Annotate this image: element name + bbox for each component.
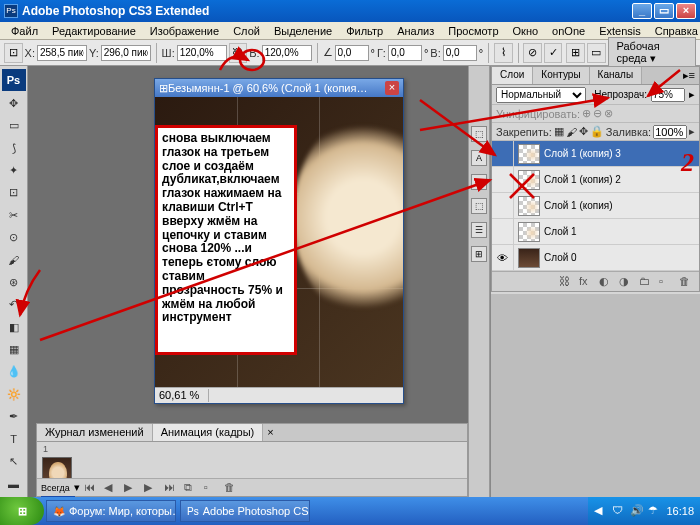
panel-icon-6[interactable]: ⊞ [471,246,487,262]
menu-analysis[interactable]: Анализ [390,23,441,39]
tween-icon[interactable]: ⧉ [184,481,200,495]
lock-all-icon[interactable]: 🔒 [590,125,604,138]
blur-tool[interactable]: 💧 [2,362,26,382]
first-frame-icon[interactable]: ⏮ [84,481,100,495]
next-frame-icon[interactable]: ▶ [144,481,160,495]
h-input[interactable] [262,45,312,61]
visibility-toggle[interactable] [492,141,514,166]
minimize-button[interactable]: _ [632,3,652,19]
history-brush-tool[interactable]: ↶ [2,295,26,315]
panel-menu-icon[interactable]: ▸≡ [679,67,699,84]
chevron-down-icon[interactable]: ▸ [689,88,695,101]
layer-row[interactable]: Слой 1 (копия) [492,193,699,219]
lock-paint-icon[interactable]: 🖌 [566,126,577,138]
warp-icon[interactable]: ⌇ [494,43,513,63]
document-window[interactable]: ⊞ Безымянн-1 @ 60,6% (Слой 1 (копия… × с… [154,78,404,404]
new-frame-icon[interactable]: ▫ [204,481,220,495]
panel-icon-2[interactable]: A [471,150,487,166]
gradient-tool[interactable]: ▦ [2,339,26,359]
lock-trans-icon[interactable]: ▦ [554,125,564,138]
pen-tool[interactable]: ✒ [2,406,26,426]
eraser-tool[interactable]: ◧ [2,317,26,337]
unify-icon-1[interactable]: ⊕ [582,107,591,120]
layer-thumb[interactable] [518,196,540,216]
chevron-down-icon[interactable]: ▾ [74,481,80,494]
link-layers-icon[interactable]: ⛓ [559,275,573,289]
document-titlebar[interactable]: ⊞ Безымянн-1 @ 60,6% (Слой 1 (копия… × [155,79,403,97]
menu-view[interactable]: Просмотр [441,23,505,39]
panel-icon-4[interactable]: ⬚ [471,198,487,214]
vskew-input[interactable] [443,45,477,61]
layer-name[interactable]: Слой 1 (копия) [544,200,699,211]
tray-icon[interactable]: 🔊 [630,504,644,518]
tab-close-icon[interactable]: × [263,424,277,441]
marquee-tool[interactable]: ▭ [2,116,26,136]
play-icon[interactable]: ▶ [124,481,140,495]
stamp-tool[interactable]: ⊛ [2,272,26,292]
visibility-toggle[interactable] [492,167,514,192]
layer-thumb[interactable] [518,170,540,190]
layer-thumb[interactable] [518,248,540,268]
mask-icon[interactable]: ◐ [599,275,613,289]
crop-tool[interactable]: ⊡ [2,183,26,203]
loop-dropdown[interactable]: Всегда [41,483,70,493]
fill-input[interactable] [653,125,687,139]
visibility-toggle[interactable] [492,219,514,244]
heal-tool[interactable]: ⊙ [2,227,26,247]
close-button[interactable]: × [676,3,696,19]
menu-image[interactable]: Изображение [143,23,226,39]
fx-icon[interactable]: fx [579,275,593,289]
layer-name[interactable]: Слой 1 (копия) 3 [544,148,699,159]
zoom-value[interactable]: 60,61 % [159,389,209,402]
taskbar-item[interactable]: 🦊 Форум: Мир, которы… [46,500,176,522]
last-frame-icon[interactable]: ⏭ [164,481,180,495]
workspace-button[interactable]: Рабочая среда ▾ [608,37,697,68]
lasso-tool[interactable]: ⟆ [2,138,26,158]
layer-row[interactable]: Слой 1 (копия) 2 [492,167,699,193]
new-layer-icon[interactable]: ▫ [659,275,673,289]
panel-icon-1[interactable]: ⬚ [471,126,487,142]
y-input[interactable] [101,45,151,61]
menu-edit[interactable]: Редактирование [45,23,143,39]
layer-name[interactable]: Слой 0 [544,252,699,263]
clock[interactable]: 16:18 [666,505,694,517]
shape-tool[interactable]: ▬ [2,474,26,494]
layer-thumb[interactable] [518,144,540,164]
layer-name[interactable]: Слой 1 [544,226,699,237]
slice-tool[interactable]: ✂ [2,205,26,225]
blend-mode-select[interactable]: Нормальный [496,87,586,103]
x-input[interactable] [37,45,87,61]
w-input[interactable] [177,45,227,61]
panel-icon-3[interactable]: ¶ [471,174,487,190]
layer-thumb[interactable] [518,222,540,242]
unify-icon-2[interactable]: ⊖ [593,107,602,120]
cancel-transform-icon[interactable]: ⊘ [523,43,542,63]
lock-move-icon[interactable]: ✥ [579,125,588,138]
prev-frame-icon[interactable]: ◀ [104,481,120,495]
maximize-button[interactable]: ▭ [654,3,674,19]
unify-icon-3[interactable]: ⊗ [604,107,613,120]
link-icon[interactable]: ⛓ [229,43,248,63]
move-tool[interactable]: ✥ [2,93,26,113]
screen-mode-icon[interactable]: ▭ [587,43,606,63]
brush-tool[interactable]: 🖌 [2,250,26,270]
hskew-input[interactable] [388,45,422,61]
layer-row[interactable]: 👁 Слой 0 [492,245,699,271]
visibility-toggle[interactable]: 👁 [492,245,514,270]
layer-row[interactable]: Слой 1 (копия) 3 [492,141,699,167]
layer-row[interactable]: Слой 1 [492,219,699,245]
opacity-input[interactable] [651,88,685,102]
menu-onone[interactable]: onOne [545,23,592,39]
menu-layer[interactable]: Слой [226,23,267,39]
tab-layers[interactable]: Слои [492,67,533,84]
chevron-down-icon[interactable]: ▸ [689,125,695,138]
tray-icon[interactable]: 🛡 [612,504,626,518]
dodge-tool[interactable]: 🔆 [2,384,26,404]
angle-input[interactable] [335,45,369,61]
path-tool[interactable]: ↖ [2,451,26,471]
tray-icon[interactable]: ☂ [648,504,662,518]
type-tool[interactable]: T [2,429,26,449]
group-icon[interactable]: 🗀 [639,275,653,289]
tray-icon[interactable]: ◀ [594,504,608,518]
tab-history[interactable]: Журнал изменений [37,424,153,441]
